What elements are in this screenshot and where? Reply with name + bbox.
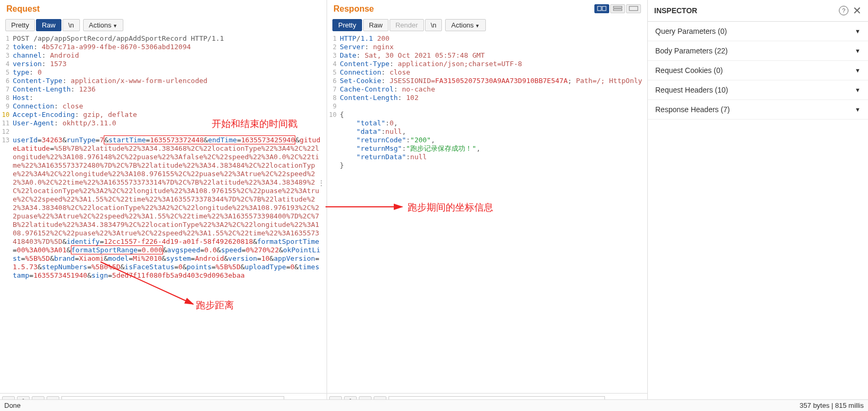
status-right: 357 bytes | 815 millis	[800, 401, 864, 409]
render-tab[interactable]: Render	[390, 19, 424, 31]
inspector-title: INSPECTOR	[654, 6, 697, 15]
svg-rect-1	[598, 6, 601, 11]
section-label: Request Headers (10)	[655, 86, 728, 94]
inspector-section[interactable]: Request Cookies (0)▼	[648, 61, 868, 80]
help-icon[interactable]: ?	[839, 6, 848, 15]
chevron-down-icon: ▼	[855, 28, 861, 34]
svg-rect-4	[613, 9, 622, 11]
request-title: Request	[0, 0, 327, 17]
chevron-down-icon: ▼	[855, 87, 861, 93]
actions-dropdown[interactable]: Actions	[83, 19, 123, 31]
request-panel: Request Pretty Raw \n Actions ⋮ 1POST /a…	[0, 0, 327, 411]
chevron-down-icon: ▼	[855, 67, 861, 74]
main-columns: Request Pretty Raw \n Actions ⋮ 1POST /a…	[0, 0, 868, 411]
response-panel: Response Pretty Raw Render \n Actions 1H…	[327, 0, 648, 411]
raw-tab[interactable]: Raw	[363, 19, 388, 31]
pretty-tab[interactable]: Pretty	[332, 19, 362, 31]
app-root: Request Pretty Raw \n Actions ⋮ 1POST /a…	[0, 0, 868, 411]
scroll-dots-icon: ⋮	[318, 181, 325, 185]
view-mode-icons	[594, 4, 647, 13]
inspector-section[interactable]: Response Headers (7)▼	[648, 100, 868, 120]
chevron-down-icon: ▼	[855, 106, 861, 113]
inspector-header: INSPECTOR ? ✕	[648, 0, 868, 22]
stack-view-icon[interactable]	[610, 4, 625, 13]
section-label: Query Parameters (0)	[655, 27, 727, 35]
response-code[interactable]: 1HTTP/1.1 2002Server: nginx3Date: Sat, 3…	[327, 33, 647, 393]
request-code[interactable]: ⋮ 1POST /app/appSportRecord/appAddSportR…	[0, 33, 327, 393]
inspector-panel: INSPECTOR ? ✕ Query Parameters (0)▼Body …	[648, 0, 868, 411]
section-label: Request Cookies (0)	[655, 66, 723, 75]
inspector-sections: Query Parameters (0)▼Body Parameters (22…	[648, 22, 868, 120]
status-bar: Done 357 bytes | 815 millis	[0, 399, 868, 411]
status-left: Done	[4, 401, 21, 409]
nl-tab[interactable]: \n	[62, 19, 80, 31]
nl-tab[interactable]: \n	[425, 19, 442, 31]
inspector-section[interactable]: Body Parameters (22)▼	[648, 41, 868, 61]
single-view-icon[interactable]	[626, 4, 641, 13]
inspector-section[interactable]: Query Parameters (0)▼	[648, 22, 868, 41]
pretty-tab[interactable]: Pretty	[5, 19, 35, 31]
svg-rect-2	[602, 6, 606, 11]
request-toolbar: Pretty Raw \n Actions	[0, 17, 327, 33]
split-view-icon[interactable]	[594, 4, 609, 13]
actions-dropdown[interactable]: Actions	[445, 19, 485, 31]
svg-rect-3	[613, 6, 622, 8]
response-title: Response	[327, 0, 380, 17]
raw-tab[interactable]: Raw	[36, 19, 61, 31]
section-label: Response Headers (7)	[655, 105, 730, 114]
section-label: Body Parameters (22)	[655, 47, 728, 55]
response-toolbar: Pretty Raw Render \n Actions	[327, 17, 647, 33]
close-icon[interactable]: ✕	[853, 4, 862, 17]
chevron-down-icon: ▼	[855, 48, 861, 54]
inspector-section[interactable]: Request Headers (10)▼	[648, 80, 868, 100]
svg-rect-5	[629, 6, 638, 11]
